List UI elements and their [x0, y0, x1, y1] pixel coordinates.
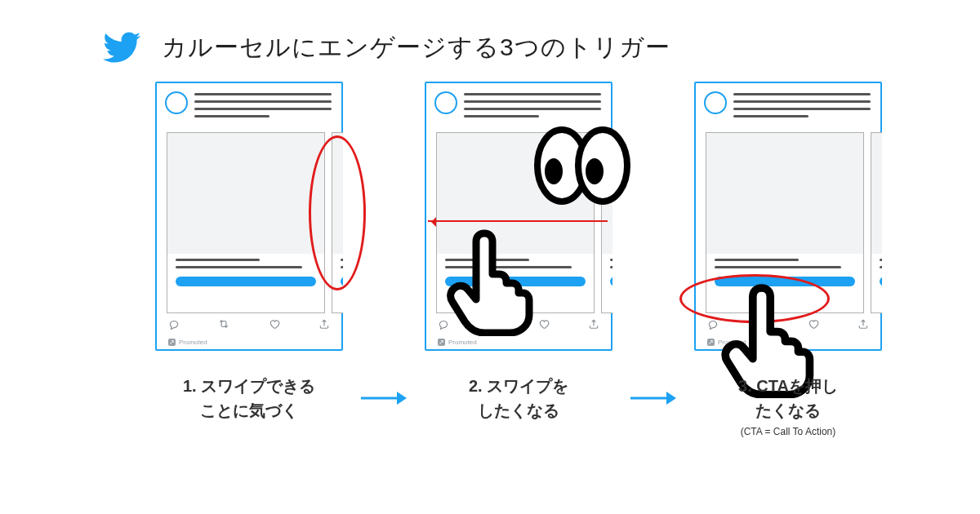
avatar — [704, 91, 727, 114]
promoted-label: ↗ Promoted — [438, 339, 477, 346]
tweet-actions[interactable] — [707, 318, 869, 333]
caption-2: 2. スワイプを したくなる — [412, 374, 625, 423]
page-title: カルーセルにエンゲージする3つのトリガー — [162, 31, 670, 64]
cta-button[interactable] — [445, 277, 586, 286]
carousel-ad-card-1: ↗ Promoted — [155, 82, 343, 351]
retweet-icon[interactable] — [488, 318, 499, 333]
cta-button[interactable] — [715, 277, 855, 286]
caption-1: 1. スワイプできる ことに気づく — [143, 374, 355, 423]
promoted-icon: ↗ — [438, 339, 445, 346]
share-icon[interactable] — [318, 318, 330, 333]
like-icon[interactable] — [538, 318, 550, 333]
like-icon[interactable] — [269, 318, 280, 333]
cta-button[interactable] — [176, 277, 316, 286]
cta-button[interactable] — [880, 277, 882, 286]
cta-button[interactable] — [610, 277, 612, 286]
promoted-label: ↗ Promoted — [168, 339, 207, 346]
promoted-icon: ↗ — [168, 339, 176, 346]
flow-arrow-icon — [355, 388, 412, 408]
share-icon[interactable] — [588, 318, 599, 333]
carousel-media[interactable] — [167, 132, 343, 313]
carousel-media[interactable] — [706, 132, 882, 313]
share-icon[interactable] — [858, 318, 869, 333]
caption-3: 3. CTAを押し たくなる (CTA = Call To Action) — [682, 374, 894, 437]
tweet-text-lines — [464, 93, 601, 117]
avatar — [434, 91, 457, 114]
like-icon[interactable] — [808, 318, 819, 333]
reply-icon[interactable] — [438, 318, 449, 333]
tweet-text-lines — [194, 93, 332, 117]
caption-3-sub: (CTA = Call To Action) — [682, 426, 894, 437]
reply-icon[interactable] — [168, 318, 180, 333]
tweet-text-lines — [733, 93, 871, 117]
retweet-icon[interactable] — [218, 318, 229, 333]
tweet-actions[interactable] — [168, 318, 330, 333]
reply-icon[interactable] — [707, 318, 719, 333]
avatar — [165, 91, 188, 114]
cta-button[interactable] — [341, 277, 343, 286]
tweet-actions[interactable] — [438, 318, 599, 333]
carousel-ad-card-3: ↗ Promoted — [694, 82, 882, 351]
twitter-bird-icon — [103, 28, 142, 67]
promoted-label: ↗ Promoted — [707, 339, 746, 346]
promoted-icon: ↗ — [707, 339, 715, 346]
flow-arrow-icon — [625, 388, 682, 408]
retweet-icon[interactable] — [757, 318, 768, 333]
carousel-media[interactable] — [436, 132, 612, 313]
carousel-ad-card-2: ↗ Promoted — [425, 82, 612, 351]
